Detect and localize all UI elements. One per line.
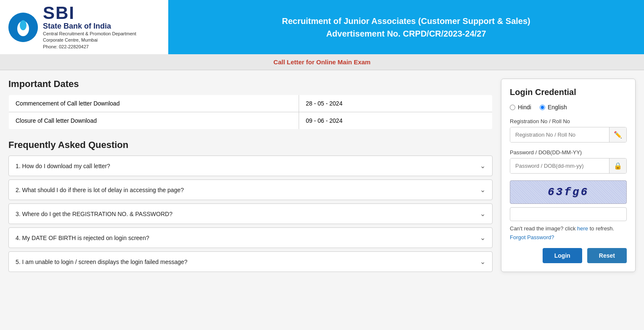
faq-question: 1. How do I download my call letter?: [16, 163, 110, 169]
password-input-wrapper: 🔒: [510, 158, 627, 174]
login-panel: Login Credential Hindi English Registrat…: [501, 79, 636, 272]
login-title: Login Credential: [510, 87, 627, 97]
faq-list: 1. How do I download my call letter? ⌄ 2…: [8, 156, 493, 272]
dates-table: Commencement of Call letter Download 28 …: [8, 95, 493, 129]
chevron-down-icon: ⌄: [480, 234, 485, 242]
logo-section: SBI State Bank of India Central Recruitm…: [0, 0, 168, 54]
faq-item[interactable]: 3. Where do I get the REGISTRATION NO. &…: [8, 203, 493, 224]
lang-hindi-radio[interactable]: [510, 105, 515, 110]
faq-item[interactable]: 1. How do I download my call letter? ⌄: [8, 156, 493, 176]
lang-hindi-option[interactable]: Hindi: [510, 104, 531, 111]
faq-item[interactable]: 2. What should I do if there is lot of d…: [8, 180, 493, 200]
password-label: Password / DOB(DD-MM-YY): [510, 149, 627, 156]
page-header: SBI State Bank of India Central Recruitm…: [0, 0, 644, 54]
forgot-password-link[interactable]: Forgot Password?: [510, 234, 627, 240]
faq-title: Frequently Asked Question: [8, 140, 493, 150]
svg-point-2: [20, 20, 27, 30]
bank-sub-line1: Central Recruitment & Promotion Departme…: [43, 31, 136, 37]
dates-label: Closure of Call letter Download: [9, 112, 299, 129]
lang-hindi-label: Hindi: [518, 104, 531, 111]
faq-question: 2. What should I do if there is lot of d…: [16, 187, 184, 193]
chevron-down-icon: ⌄: [480, 210, 485, 218]
chevron-down-icon: ⌄: [480, 186, 485, 194]
registration-label: Registration No / Roll No: [510, 118, 627, 124]
header-title: Recruitment of Junior Associates (Custom…: [168, 0, 644, 54]
registration-input[interactable]: [510, 127, 609, 142]
faq-question: 5. I am unable to login / screen display…: [16, 259, 188, 265]
lock-icon: 🔒: [609, 158, 626, 173]
password-input[interactable]: [510, 158, 609, 173]
dates-row: Commencement of Call letter Download 28 …: [9, 95, 493, 112]
lang-english-option[interactable]: English: [540, 104, 567, 111]
login-buttons: Login Reset: [510, 248, 627, 263]
language-selection: Hindi English: [510, 104, 627, 111]
chevron-down-icon: ⌄: [480, 162, 485, 170]
reset-button[interactable]: Reset: [587, 248, 627, 263]
dates-label: Commencement of Call letter Download: [9, 95, 299, 112]
sbi-abbr: SBI: [43, 4, 136, 22]
header-title-line1: Recruitment of Junior Associates (Custom…: [282, 15, 530, 27]
bank-sub-line2: Corporate Centre, Mumbai: [43, 37, 136, 43]
sub-header-bar: Call Letter for Online Main Exam: [0, 54, 644, 70]
login-button[interactable]: Login: [543, 248, 582, 263]
faq-item[interactable]: 5. I am unable to login / screen display…: [8, 251, 493, 272]
captcha-text: 63fg6: [548, 186, 589, 198]
faq-item[interactable]: 4. My DATE OF BIRTH is rejected on login…: [8, 227, 493, 248]
captcha-input[interactable]: [510, 207, 627, 221]
important-dates-title: Important Dates: [8, 79, 493, 90]
faq-question: 4. My DATE OF BIRTH is rejected on login…: [16, 235, 149, 241]
lang-english-label: English: [548, 104, 567, 111]
lang-english-radio[interactable]: [540, 105, 545, 110]
chevron-down-icon: ⌄: [480, 258, 485, 266]
sbi-logo-icon: [8, 13, 38, 42]
edit-icon: ✏️: [609, 127, 626, 142]
sub-header-text: Call Letter for Online Main Exam: [273, 58, 371, 66]
dates-value: 09 - 06 - 2024: [299, 112, 493, 129]
captcha-refresh-link[interactable]: here: [577, 225, 588, 232]
bank-full-name: State Bank of India: [43, 22, 136, 31]
bank-phone: Phone: 022-22820427: [43, 44, 136, 50]
header-title-line2: Advertisement No. CRPD/CR/2023-24/27: [282, 27, 530, 40]
main-layout: Important Dates Commencement of Call let…: [0, 70, 644, 284]
left-content: Important Dates Commencement of Call let…: [8, 79, 501, 275]
dates-value: 28 - 05 - 2024: [299, 95, 493, 112]
faq-question: 3. Where do I get the REGISTRATION NO. &…: [16, 211, 172, 217]
dates-row: Closure of Call letter Download 09 - 06 …: [9, 112, 493, 129]
bank-name-block: SBI State Bank of India Central Recruitm…: [43, 4, 136, 50]
captcha-image: 63fg6: [510, 180, 627, 204]
captcha-refresh-text: Can't read the image? click here to refr…: [510, 225, 627, 232]
registration-input-wrapper: ✏️: [510, 127, 627, 143]
